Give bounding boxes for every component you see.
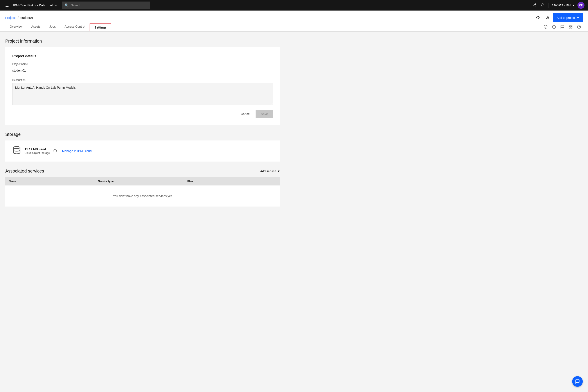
storage-size: 11.12 MB used xyxy=(25,148,50,151)
add-service-button[interactable]: Add service ▼ xyxy=(260,170,280,173)
svg-rect-14 xyxy=(569,27,570,28)
svg-rect-13 xyxy=(571,25,572,26)
svg-point-0 xyxy=(535,4,536,5)
project-details-subtitle: Project details xyxy=(12,54,273,58)
description-group: Description Monitor AutoAI Hands On Lab … xyxy=(12,78,273,106)
bell-icon[interactable] xyxy=(539,2,546,9)
svg-point-2 xyxy=(535,6,536,7)
user-dropdown[interactable]: 2264972 - IBM ▼ xyxy=(550,3,576,8)
svg-rect-12 xyxy=(569,25,570,26)
services-table: Name Service type Plan You don't have an… xyxy=(5,177,280,206)
search-icon: 🔍 xyxy=(65,3,69,8)
storage-info-icon[interactable] xyxy=(53,149,57,153)
share-icon[interactable] xyxy=(531,2,538,9)
plus-icon: + xyxy=(577,15,579,20)
main-content: Project information Project details Proj… xyxy=(0,32,285,214)
project-name-group: Project name xyxy=(12,62,273,74)
grid-icon[interactable] xyxy=(567,23,574,30)
project-details-card: Project details Project name Description… xyxy=(5,47,280,125)
app-title: IBM Cloud Pak for Data xyxy=(13,4,46,7)
tabs-bar: Overview Assets Jobs Access Control Sett… xyxy=(0,22,588,32)
search-input[interactable] xyxy=(71,4,147,7)
table-header: Name Service type Plan xyxy=(5,177,280,186)
svg-line-4 xyxy=(534,4,535,5)
svg-point-18 xyxy=(14,146,20,148)
add-to-project-button[interactable]: Add to project + xyxy=(553,13,583,22)
breadcrumb-separator: / xyxy=(18,16,19,20)
storage-type: Cloud Object Storage xyxy=(25,152,50,154)
breadcrumb-current: student01 xyxy=(20,16,33,20)
form-actions: Cancel Save xyxy=(12,110,273,118)
breadcrumb: Projects / student01 xyxy=(5,16,33,20)
scope-dropdown[interactable]: All ▼ xyxy=(48,3,59,8)
breadcrumb-actions: Add to project + xyxy=(535,13,583,22)
tab-assets[interactable]: Assets xyxy=(27,22,45,32)
storage-title: Storage xyxy=(5,132,280,137)
associated-services-header: Associated services Add service ▼ xyxy=(5,168,280,174)
add-collaborator-icon[interactable] xyxy=(544,14,551,22)
table-col-plan: Plan xyxy=(187,180,277,183)
avatar[interactable]: CF xyxy=(577,2,584,9)
svg-rect-15 xyxy=(571,27,572,28)
info-icon[interactable] xyxy=(542,23,549,30)
description-label: Description xyxy=(12,78,273,82)
history-icon[interactable] xyxy=(550,23,558,30)
associated-services-title: Associated services xyxy=(5,168,44,174)
save-button[interactable]: Save xyxy=(256,110,273,118)
manage-ibm-cloud-link[interactable]: Manage in IBM Cloud xyxy=(62,149,92,153)
breadcrumb-bar: Projects / student01 Add to project + xyxy=(0,10,588,22)
scope-label: All xyxy=(50,4,53,7)
tab-access-control[interactable]: Access Control xyxy=(60,22,90,32)
user-label: 2264972 - IBM xyxy=(552,4,571,7)
project-info-title: Project information xyxy=(5,39,280,44)
search-bar[interactable]: 🔍 xyxy=(62,2,150,9)
storage-info: 11.12 MB used Cloud Object Storage xyxy=(25,148,50,154)
project-name-input[interactable] xyxy=(12,67,83,74)
top-nav: ☰ IBM Cloud Pak for Data All ▼ 🔍 2264972… xyxy=(0,0,588,10)
nav-right-actions: 2264972 - IBM ▼ CF xyxy=(531,2,584,9)
storage-db-icon xyxy=(12,146,21,156)
upload-icon[interactable] xyxy=(535,14,542,22)
cancel-button[interactable]: Cancel xyxy=(237,110,254,118)
svg-line-3 xyxy=(534,6,535,6)
table-col-service-type: Service type xyxy=(98,180,188,183)
storage-card: 11.12 MB used Cloud Object Storage Manag… xyxy=(5,140,280,162)
add-service-label: Add service xyxy=(260,170,276,173)
svg-point-1 xyxy=(533,5,534,6)
help-icon[interactable] xyxy=(575,23,583,30)
hamburger-menu[interactable]: ☰ xyxy=(4,1,11,10)
tab-overview[interactable]: Overview xyxy=(5,22,27,32)
project-name-label: Project name xyxy=(12,62,273,66)
chat-icon[interactable] xyxy=(558,23,566,30)
chevron-down-icon: ▼ xyxy=(572,4,575,7)
table-empty-message: You don't have any Associated services y… xyxy=(5,186,280,206)
chevron-down-icon: ▼ xyxy=(55,4,58,7)
chevron-down-icon: ▼ xyxy=(277,170,280,173)
breadcrumb-projects-link[interactable]: Projects xyxy=(5,16,17,20)
tab-jobs[interactable]: Jobs xyxy=(45,22,60,32)
description-textarea[interactable]: Monitor AutoAI Hands On Lab Pump Models xyxy=(12,83,273,105)
tab-settings[interactable]: Settings xyxy=(90,24,111,32)
svg-point-6 xyxy=(547,16,548,18)
table-col-name: Name xyxy=(9,180,98,183)
tabs-right-icons xyxy=(542,23,583,32)
